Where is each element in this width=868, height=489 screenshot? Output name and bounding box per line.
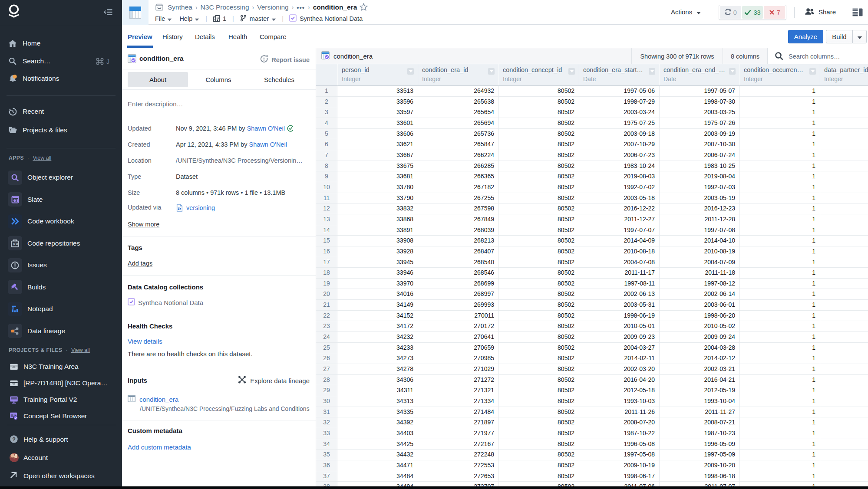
svg-text:?: ? <box>12 436 16 443</box>
svg-text:J: J <box>106 58 109 65</box>
svg-text:<>: <> <box>13 242 18 246</box>
